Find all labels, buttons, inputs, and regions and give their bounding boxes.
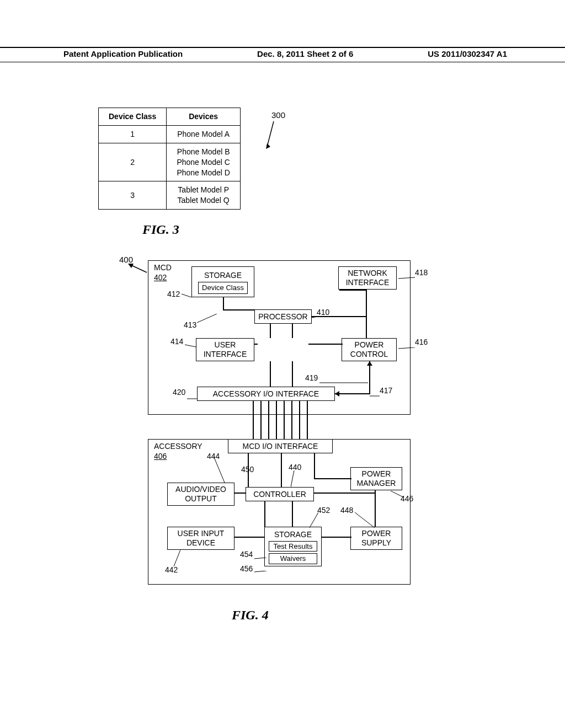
device-class-inner: Device Class — [198, 282, 248, 294]
connector-wires — [253, 415, 307, 439]
svg-line-14 — [291, 470, 294, 487]
controller-box: CONTROLLER — [246, 487, 314, 501]
ref-413: 413 — [184, 320, 196, 329]
waivers-inner: Waivers — [269, 553, 317, 564]
user-input-device-box: USER INPUT DEVICE — [167, 527, 234, 550]
power-control-box: POWER CONTROL — [342, 338, 397, 361]
mcd-refnum: 402 — [154, 273, 167, 282]
ref-410: 410 — [317, 308, 329, 317]
mcd-label: MCD — [154, 263, 172, 272]
user-interface-box: USER INTERFACE — [196, 338, 254, 361]
ref-420: 420 — [173, 388, 185, 397]
svg-line-6 — [185, 345, 196, 347]
storage-box: STORAGE Device Class — [191, 266, 254, 297]
accessory-storage-box: STORAGE Test Results Waivers — [264, 527, 322, 566]
svg-line-5 — [197, 314, 217, 323]
ref-448: 448 — [340, 506, 353, 515]
svg-line-4 — [182, 294, 191, 297]
cell-devices-2: Phone Model B Phone Model C Phone Model … — [167, 143, 241, 181]
svg-line-19 — [254, 571, 266, 572]
page-header: Patent Application Publication Dec. 8, 2… — [0, 47, 565, 62]
th-devices: Devices — [167, 108, 241, 126]
ref-456: 456 — [240, 564, 253, 573]
power-supply-box: POWER SUPPLY — [350, 527, 402, 550]
storage-label: STORAGE — [204, 271, 242, 280]
ref-300: 300 — [271, 110, 285, 120]
fig4-wrap: MCD 402 STORAGE Device Class NETWORK INT… — [148, 260, 411, 585]
ref-450: 450 — [241, 465, 254, 474]
svg-line-0 — [267, 121, 274, 147]
ref-412: 412 — [167, 290, 180, 298]
fig3-table-wrap: Device Class Devices 1 Phone Model A 2 P… — [98, 108, 241, 210]
network-interface-box: NETWORK INTERFACE — [338, 266, 397, 290]
ref-419: 419 — [305, 373, 318, 382]
ref-400-lead — [128, 264, 148, 274]
ref-417: 417 — [380, 386, 392, 395]
ref-414: 414 — [170, 337, 183, 346]
svg-line-17 — [174, 550, 180, 566]
fig3-caption: FIG. 3 — [142, 222, 179, 237]
fig4-caption: FIG. 4 — [232, 608, 269, 623]
svg-line-11 — [398, 347, 415, 349]
svg-line-20 — [391, 491, 404, 497]
accessory-label: ACCESSORY — [154, 442, 202, 451]
test-results-inner: Test Results — [269, 541, 317, 552]
power-manager-box: POWER MANAGER — [350, 467, 402, 490]
cell-class-1: 1 — [99, 125, 167, 143]
svg-line-9 — [398, 277, 415, 279]
ref-418: 418 — [415, 268, 428, 277]
ref-416: 416 — [415, 338, 428, 346]
svg-line-13 — [214, 456, 225, 483]
ref-300-lead — [266, 120, 278, 149]
ref-452: 452 — [317, 506, 330, 515]
svg-line-18 — [254, 558, 266, 559]
cell-devices-3: Tablet Model P Tablet Model Q — [167, 181, 241, 210]
header-right: US 2011/0302347 A1 — [428, 49, 507, 58]
mcd-io-interface-box: MCD I/O INTERFACE — [228, 439, 333, 453]
ref-454: 454 — [240, 550, 253, 559]
av-output-box: AUDIO/VIDEO OUTPUT — [167, 483, 234, 506]
svg-line-10 — [311, 317, 318, 318]
cell-class-3: 3 — [99, 181, 167, 210]
svg-line-15 — [310, 512, 318, 528]
accessory-refnum: 406 — [154, 452, 167, 461]
accessory-box: ACCESSORY 406 MCD I/O INTERFACE AUDIO/VI… — [148, 439, 411, 585]
accessory-io-box: ACCESSORY I/O INTERFACE — [197, 387, 335, 401]
ref-400: 400 — [119, 255, 133, 264]
svg-line-2 — [130, 265, 147, 272]
cell-devices-1: Phone Model A — [167, 125, 241, 143]
th-device-class: Device Class — [99, 108, 167, 126]
device-class-table: Device Class Devices 1 Phone Model A 2 P… — [98, 108, 241, 210]
processor-box: PROCESSOR — [254, 309, 312, 324]
cell-class-2: 2 — [99, 143, 167, 181]
acc-storage-label: STORAGE — [274, 530, 312, 539]
svg-marker-1 — [266, 143, 270, 149]
svg-line-16 — [355, 512, 375, 528]
ref-442: 442 — [165, 565, 178, 574]
header-center: Dec. 8, 2011 Sheet 2 of 6 — [257, 49, 353, 58]
header-left: Patent Application Publication — [63, 49, 183, 58]
